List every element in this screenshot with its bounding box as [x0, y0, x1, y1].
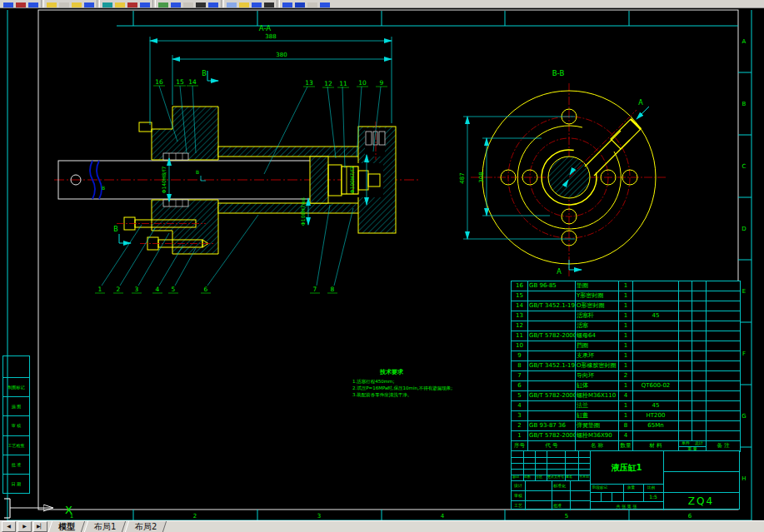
- rev-label: 标记: [512, 475, 519, 479]
- gland-flange-top[interactable]: [152, 107, 218, 160]
- toolbar-icon-fragment[interactable]: [295, 2, 305, 7]
- section-view-a-a[interactable]: A-A 388 380 Φ140H8/f7 Φ100H7/f7 Φ100H7/k…: [54, 24, 421, 293]
- cylinder-tube-bottom-wall[interactable]: [218, 203, 362, 213]
- tab-model[interactable]: 模型: [48, 521, 85, 532]
- toolbar-icon-fragment[interactable]: [227, 2, 237, 7]
- piston[interactable]: [310, 157, 328, 203]
- toolbar-icon-fragment[interactable]: [208, 2, 218, 7]
- callout-leaders: [102, 86, 381, 286]
- toolbar-icon-fragment[interactable]: [47, 2, 57, 7]
- rev-label: 分区: [536, 475, 542, 479]
- bom-row: 13活塞杆145: [512, 311, 741, 321]
- bom-row: 15Y形密封圈1: [512, 291, 741, 301]
- toolbar-separator: [41, 0, 44, 7]
- label-standard: 标准化: [553, 484, 566, 488]
- toolbar-icon-fragment[interactable]: [320, 2, 330, 7]
- callout-label: 4: [156, 286, 160, 293]
- toolbar-icon-fragment[interactable]: [84, 2, 94, 7]
- tab-nav-first-icon[interactable]: ◀: [2, 521, 16, 532]
- callout-label: 10: [358, 79, 367, 87]
- callout-label: 15: [176, 78, 184, 86]
- drawing-number: ZQ4: [663, 492, 739, 510]
- toolbar-icon-fragment[interactable]: [16, 2, 26, 7]
- margin-cell: 审 核: [3, 415, 29, 435]
- bom-row: 3缸盖1HT200: [512, 411, 741, 421]
- toolbar-icon-fragment[interactable]: [196, 2, 206, 7]
- bom-row: 4法兰145: [512, 401, 741, 411]
- toolbar-icon-fragment[interactable]: [307, 2, 317, 7]
- toolbar-separator: [277, 0, 280, 7]
- tab-nav-last-icon[interactable]: ▶▏: [33, 521, 47, 532]
- zone-number: 4: [441, 513, 445, 520]
- toolbar-separator: [97, 0, 100, 7]
- label-stage: 阶段标记: [592, 486, 607, 490]
- toolbar-icon-fragment[interactable]: [28, 2, 38, 7]
- bom-row: 10挡圈1: [512, 341, 741, 351]
- cad-application-window: { "canvas": { "section_view": { "title":…: [0, 0, 764, 532]
- toolbar-icon-fragment[interactable]: [171, 2, 181, 7]
- label-design: 设计: [514, 484, 522, 488]
- callout-label: 8: [331, 286, 335, 293]
- bom-parts-table[interactable]: 16GB 96-85垫圈115Y形密封圈114GB/T 3452.1-1992O…: [511, 281, 741, 452]
- callout-label: 2: [117, 286, 121, 293]
- label-approve: 批准: [553, 504, 562, 508]
- bom-row: 6缸体1QT600-02: [512, 381, 741, 391]
- bom-row: 14GB/T 3452.1-1992O形密封圈1: [512, 301, 741, 311]
- callout-label: 16: [155, 78, 163, 86]
- toolbar-icon-fragment[interactable]: [115, 2, 125, 7]
- margin-cell: 制图标记: [3, 377, 29, 396]
- zone-number: 3: [317, 513, 321, 520]
- bom-row: 16GB 96-85垫圈1: [512, 281, 741, 291]
- toolbar-icon-fragment[interactable]: [59, 2, 69, 7]
- bom-row: 12活塞1: [512, 321, 741, 331]
- note-line: 3.装配前各零件应清洗干净。: [352, 392, 412, 398]
- cylinder-tube-top-wall[interactable]: [218, 147, 362, 157]
- toolbar-icon-fragment[interactable]: [282, 2, 292, 7]
- dim-outer-bolt-circle: 487: [459, 172, 466, 183]
- callout-label: 9: [380, 79, 384, 87]
- bom-row: 1GB/T 5782-2000螺栓M36X904: [512, 431, 741, 441]
- callout-label: 12: [324, 80, 332, 87]
- zone-letter: F: [742, 351, 746, 357]
- note-line: 2.试压P=16MPa时,保压10min,不得有渗漏现象;: [352, 385, 452, 391]
- zone-number: 6: [688, 513, 692, 520]
- section-view-title: A-A: [259, 24, 272, 32]
- tab-nav-next-icon[interactable]: ▶: [17, 521, 32, 532]
- callout-label: 11: [339, 80, 347, 87]
- callout-label: 14: [188, 78, 197, 86]
- toolbar-icon-fragment[interactable]: [252, 2, 262, 7]
- top-toolbar[interactable]: [0, 0, 764, 8]
- end-view-b-b[interactable]: B-B A A: [459, 69, 667, 276]
- bom-row: 8GB/T 3452.1-1992O形橡胶密封圈1: [512, 361, 741, 371]
- svg-text:A: A: [638, 99, 643, 107]
- model-space-canvas[interactable]: A B C D E F G H 1 2 3 4 5 6: [0, 8, 764, 520]
- zone-letter: C: [742, 163, 747, 170]
- margin-cell: 批 准: [3, 455, 29, 474]
- tab-layout1[interactable]: 布局1: [84, 521, 127, 532]
- toolbar-icon-fragment[interactable]: [158, 2, 168, 7]
- zone-letter: E: [742, 288, 746, 295]
- toolbar-icon-fragment[interactable]: [264, 2, 274, 7]
- technical-notes: 技术要求 1.活塞行程450mm; 2.试压P=16MPa时,保压10min,不…: [352, 368, 452, 398]
- callout-label: 5: [172, 286, 176, 293]
- toolbar-icon-fragment[interactable]: [3, 2, 13, 7]
- callout-label: 6: [204, 286, 208, 293]
- toolbar-icon-fragment[interactable]: [183, 2, 193, 7]
- svg-text:B: B: [196, 169, 199, 175]
- svg-text:B: B: [102, 185, 105, 191]
- toolbar-icon-fragment[interactable]: [72, 2, 82, 7]
- dim-inner-length: 380: [276, 52, 287, 58]
- toolbar-icon-fragment[interactable]: [140, 2, 150, 7]
- toolbar-icon-fragment[interactable]: [239, 2, 249, 7]
- tab-layout2[interactable]: 布局2: [125, 521, 167, 532]
- part-callouts-top: 16 15 14 13 12 11 10 9: [155, 78, 383, 87]
- part-name: 液压缸1: [590, 451, 663, 484]
- toolbar-separator: [152, 0, 156, 7]
- dim-rod-fit: Φ140H8/f7: [161, 167, 167, 194]
- toolbar-icon-fragment[interactable]: [127, 2, 137, 7]
- svg-text:B: B: [113, 226, 118, 233]
- label-process: 工艺: [514, 504, 522, 508]
- toolbar-icon-fragment[interactable]: [102, 2, 112, 7]
- margin-cell: 日 期: [3, 474, 29, 493]
- dim-piston-fit: Φ100H7/k6: [300, 197, 306, 226]
